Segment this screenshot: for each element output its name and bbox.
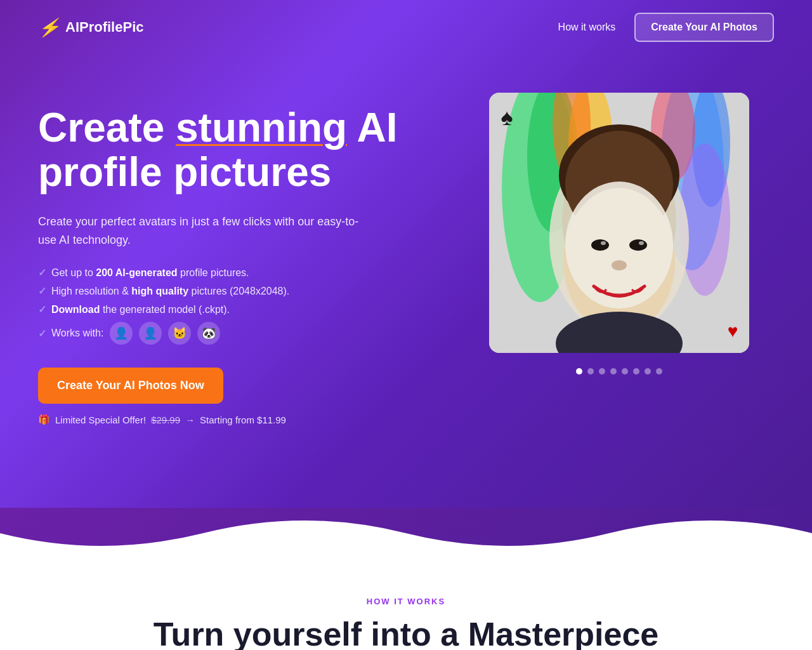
check-icon-3: ✓ [38, 303, 46, 315]
logo-text: AIProfilePic [65, 19, 143, 36]
platform-github: 🐱 [168, 322, 191, 345]
dot-5[interactable] [622, 368, 628, 375]
svg-point-19 [601, 241, 606, 245]
features-list: ✓ Get up to 200 AI-generated profile pic… [38, 267, 431, 345]
feature-3-text: Download the generated model (.ckpt). [51, 304, 230, 315]
works-with: Works with: 👤 👤 🐱 🐼 [51, 322, 220, 345]
nav-cta-button[interactable]: Create Your AI Photos [634, 13, 774, 42]
platform-gitlab: 🐼 [197, 322, 220, 345]
spade-icon: ♠ [501, 104, 513, 131]
works-with-label: Works with: [51, 328, 103, 339]
svg-point-21 [612, 260, 627, 270]
hero-section: ⚡ AIProfilePic How it works Create Your … [0, 0, 812, 508]
dot-4[interactable] [610, 368, 617, 375]
dot-8[interactable] [656, 368, 662, 375]
hero-title: Create stunning AI profile pictures [38, 105, 431, 195]
hero-subtitle: Create your perfect avatars in just a fe… [38, 213, 368, 249]
feature-1-text: Get up to 200 AI-generated profile pictu… [51, 267, 249, 279]
hero-right: ♠ ♥ [465, 93, 774, 375]
cta-section: Create Your AI Photos Now 🎁 Limited Spec… [38, 368, 431, 425]
offer-prefix: Limited Special Offer! [55, 415, 146, 425]
logo-icon: ⚡ [38, 17, 60, 38]
svg-point-20 [639, 241, 644, 245]
how-it-works-link[interactable]: How it works [558, 22, 616, 33]
hero-image: ♠ ♥ [489, 93, 749, 353]
hero-content: Create stunning AI profile pictures Crea… [38, 93, 774, 425]
carousel-dots [576, 368, 662, 375]
check-icon-1: ✓ [38, 267, 46, 279]
portrait-face-svg [489, 93, 749, 353]
wave-svg [0, 508, 812, 559]
feature-4: ✓ Works with: 👤 👤 🐱 🐼 [38, 322, 431, 345]
svg-point-17 [591, 239, 609, 251]
platform-linkedin: 👤 [110, 322, 133, 345]
feature-3: ✓ Download the generated model (.ckpt). [38, 303, 431, 315]
hero-cta-button[interactable]: Create Your AI Photos Now [38, 368, 223, 404]
platform-instagram: 👤 [139, 322, 162, 345]
arrow-icon: → [185, 415, 195, 425]
wave-container [0, 508, 812, 559]
section-label: HOW IT WORKS [38, 597, 774, 606]
old-price: $29.99 [151, 415, 180, 425]
check-icon-2: ✓ [38, 285, 46, 297]
svg-point-18 [629, 239, 647, 251]
dot-2[interactable] [587, 368, 594, 375]
how-it-works-section: HOW IT WORKS Turn yourself into a Master… [0, 559, 812, 650]
feature-2-text: High resolution & high quality pictures … [51, 286, 289, 297]
svg-point-16 [556, 312, 683, 353]
portrait-background: ♠ ♥ [489, 93, 749, 353]
dot-6[interactable] [633, 368, 639, 375]
feature-1: ✓ Get up to 200 AI-generated profile pic… [38, 267, 431, 279]
dot-7[interactable] [645, 368, 651, 375]
gift-icon: 🎁 [38, 414, 50, 425]
title-highlight: stunning [176, 105, 347, 150]
nav-links: How it works Create Your AI Photos [558, 13, 774, 42]
title-part2: AI [347, 105, 397, 150]
logo-link[interactable]: ⚡ AIProfilePic [38, 17, 143, 38]
section-title: Turn yourself into a Masterpiece [38, 616, 774, 650]
check-icon-4: ✓ [38, 328, 46, 340]
dot-3[interactable] [599, 368, 605, 375]
title-line2: profile pictures [38, 149, 331, 195]
new-price: Starting from $11.99 [200, 415, 286, 425]
offer-text: 🎁 Limited Special Offer! $29.99 → Starti… [38, 414, 431, 425]
navbar: ⚡ AIProfilePic How it works Create Your … [38, 0, 774, 55]
title-part1: Create [38, 105, 176, 150]
svg-point-15 [565, 182, 673, 308]
hero-left: Create stunning AI profile pictures Crea… [38, 93, 431, 425]
feature-2: ✓ High resolution & high quality picture… [38, 285, 431, 297]
heart-icon: ♥ [728, 321, 738, 342]
dot-1[interactable] [576, 368, 582, 375]
